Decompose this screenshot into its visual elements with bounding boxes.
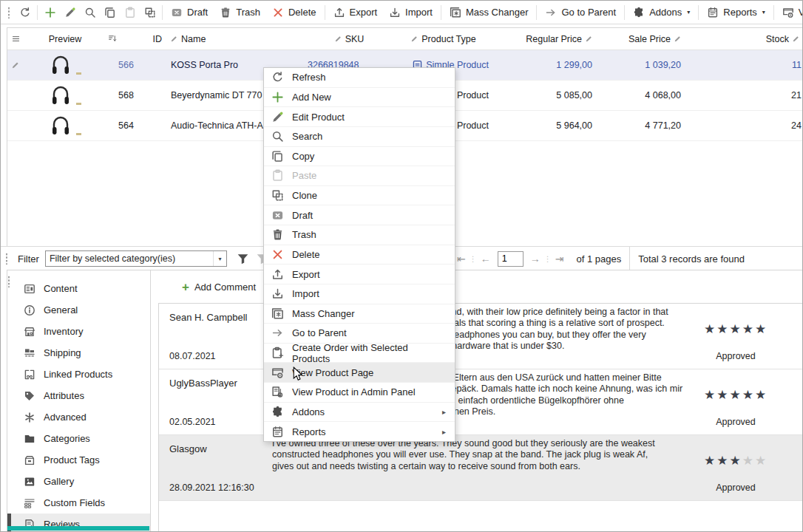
review-text: I've owned three of these over the years…: [272, 438, 731, 472]
mass-changer-button[interactable]: Mass Changer: [444, 3, 535, 22]
menu-item-paste[interactable]: Paste: [264, 166, 455, 186]
page-number-input[interactable]: [498, 251, 524, 267]
sidebar-item-product-tags[interactable]: Product Tags: [7, 449, 150, 471]
menu-item-clone[interactable]: Clone: [264, 186, 455, 206]
clone-button[interactable]: [140, 3, 160, 22]
last-page-button[interactable]: ⇥: [552, 253, 568, 265]
cell-regular-price: 5 085,00: [493, 81, 597, 110]
menu-item-draft[interactable]: Draft: [264, 205, 455, 225]
column-header-name[interactable]: Name: [166, 28, 305, 50]
grid-header-row: PreviewIDNameSKUProduct TypeRegular Pric…: [7, 28, 803, 50]
pencil-small-icon: [674, 35, 682, 43]
column-header-regular-price[interactable]: Regular Price: [493, 28, 597, 50]
edit-button[interactable]: [60, 3, 80, 22]
cell-id-value: 568: [118, 90, 134, 100]
column-header-stock[interactable]: Stock: [685, 28, 803, 50]
sidebar-scrollbar[interactable]: [7, 526, 149, 531]
sidebar-item-attributes[interactable]: Attributes: [7, 385, 150, 406]
delete-label: Delete: [288, 7, 316, 18]
trash-button[interactable]: Trash: [214, 3, 266, 22]
export-icon: [333, 7, 345, 18]
menu-item-view-product-in-admin-panel[interactable]: View Product in Admin Panel: [264, 383, 455, 403]
create-order-icon: [271, 347, 284, 359]
review-status-badge: Approved: [695, 417, 776, 427]
first-page-button[interactable]: ⇤: [453, 253, 470, 265]
refresh-button[interactable]: [15, 3, 35, 22]
review-rating-stars: ★★★★★: [695, 453, 776, 468]
menu-item-edit-product[interactable]: Edit Product: [264, 107, 455, 127]
cell-sale-price: 1 039,20: [597, 50, 685, 80]
mass-changer-icon: [450, 7, 461, 18]
toolbar-grip[interactable]: [7, 7, 10, 18]
menu-item-reports[interactable]: Reports▸: [264, 422, 455, 441]
menu-item-delete[interactable]: Delete: [264, 245, 455, 265]
menu-item-refresh[interactable]: Refresh: [264, 68, 455, 88]
sidebar-item-gallery[interactable]: Gallery: [7, 471, 150, 492]
sidebar-item-inventory[interactable]: Inventory: [7, 321, 150, 342]
column-header-label: ID: [153, 34, 163, 44]
menu-item-trash[interactable]: Trash: [264, 225, 455, 245]
reports-button[interactable]: Reports▾: [701, 3, 771, 22]
rows-icon: [11, 34, 21, 44]
import-button[interactable]: Import: [383, 3, 438, 22]
addons-icon: [633, 7, 645, 18]
column-header-sku[interactable]: SKU: [305, 28, 393, 50]
sidebar-item-linked-products[interactable]: Linked Products: [7, 364, 150, 385]
chevron-down-icon[interactable]: ▾: [213, 251, 226, 266]
category-filter-select[interactable]: Filter by selected category(ies) ▾: [45, 250, 227, 267]
row-edit-indicator: [7, 50, 24, 80]
apply-filter-icon[interactable]: [237, 253, 249, 265]
column-header[interactable]: [106, 28, 118, 50]
go-to-parent-button[interactable]: Go to Parent: [539, 3, 622, 22]
sidebar-item-label: Categories: [44, 433, 90, 444]
column-header-sale-price[interactable]: Sale Price: [597, 28, 685, 50]
next-page-button[interactable]: →: [526, 253, 544, 265]
sidebar-item-shipping[interactable]: Shipping: [7, 342, 150, 364]
menu-item-search[interactable]: Search: [264, 127, 455, 147]
review-date: 08.07.2021: [169, 351, 216, 361]
sidebar-item-categories[interactable]: Categories: [7, 428, 150, 449]
column-header-id[interactable]: ID: [118, 28, 166, 50]
menu-item-create-order-with-selected-products[interactable]: Create Order with Selected Products: [264, 344, 455, 364]
menu-item-addons[interactable]: Addons▸: [264, 403, 455, 423]
search-button[interactable]: [80, 3, 100, 22]
draft-button[interactable]: Draft: [165, 3, 214, 22]
delete-button[interactable]: Delete: [266, 3, 322, 22]
filter-label: Filter: [18, 253, 39, 265]
sidebar-item-custom-fields[interactable]: Custom Fields: [7, 492, 150, 514]
sidebar-item-general[interactable]: General: [7, 299, 150, 321]
prev-page-button[interactable]: ←: [477, 253, 495, 265]
sidebar-grip[interactable]: [7, 276, 10, 287]
column-header-label: Preview: [49, 34, 81, 44]
draft-label: Draft: [187, 7, 208, 18]
paste-button[interactable]: [120, 3, 140, 22]
menu-item-add-new[interactable]: Add New: [264, 88, 455, 108]
menu-item-mass-changer[interactable]: Mass Changer: [264, 304, 455, 324]
categories-icon: [24, 433, 35, 445]
submenu-arrow-icon: ▸: [442, 428, 447, 436]
cell-regular-price-value: 1 299,00: [556, 60, 592, 70]
star-filled-icon: ★: [704, 454, 716, 468]
menu-item-export[interactable]: Export: [264, 265, 455, 284]
view-button[interactable]: View▾: [776, 3, 803, 22]
export-button[interactable]: Export: [328, 3, 384, 22]
image-watermark: [76, 103, 81, 105]
filterbar-grip[interactable]: [5, 253, 8, 265]
pencil-icon: [271, 111, 284, 123]
sidebar-item-advanced[interactable]: Advanced: [7, 406, 150, 428]
pencil-small-icon: [170, 35, 178, 43]
column-header-product-type[interactable]: Product Type: [393, 28, 493, 50]
content-icon: [24, 283, 35, 295]
menu-item-go-to-parent[interactable]: Go to Parent: [264, 324, 455, 344]
headphone-icon: [50, 54, 72, 76]
column-header-preview[interactable]: Preview: [24, 28, 106, 50]
addons-button[interactable]: Addons▾: [627, 3, 696, 22]
column-header[interactable]: [7, 28, 24, 50]
cell-sale-price-value: 1 039,20: [645, 60, 681, 70]
menu-item-copy[interactable]: Copy: [264, 147, 455, 167]
add-new-button[interactable]: [40, 3, 60, 22]
copy-button[interactable]: [100, 3, 120, 22]
add-comment-button[interactable]: + Add Comment: [180, 281, 257, 293]
menu-item-import[interactable]: Import: [264, 284, 455, 304]
sidebar-item-content[interactable]: Content: [7, 278, 150, 299]
